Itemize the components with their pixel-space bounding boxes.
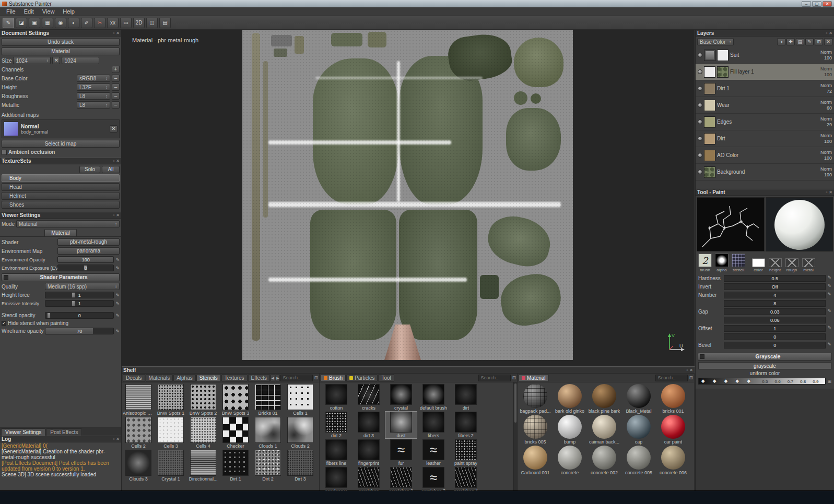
layer-blend-mode[interactable]: Norm (820, 116, 832, 122)
clone-tool[interactable]: ◐ (68, 18, 79, 28)
undo-stack-button[interactable]: Undo stack (2, 38, 120, 46)
metal-channel-swatch[interactable] (802, 258, 815, 267)
solo-button[interactable]: Solo (79, 166, 100, 173)
brush-item[interactable]: fur (385, 439, 417, 466)
log-area[interactable]: [GenericMaterial] 0([GenericMaterial] Cr… (0, 442, 121, 490)
brush-item[interactable]: dust (385, 412, 417, 438)
material-item[interactable]: concrete 005 (622, 446, 655, 475)
brush-item[interactable]: fingerprint (353, 439, 384, 466)
wireframe-opacity-slider[interactable]: 70 (45, 328, 114, 334)
layer-visibility-toggle[interactable] (698, 86, 702, 91)
menu-edit[interactable]: Edit (20, 8, 38, 15)
material-item[interactable]: caiman back... (588, 415, 621, 445)
edit-pencil-icon[interactable]: ✎ (827, 308, 831, 314)
quick-mask-toggle[interactable]: ▭ (120, 18, 132, 28)
remove-channel-button[interactable]: – (112, 75, 120, 82)
edit-pencil-icon[interactable]: ✎ (115, 266, 120, 271)
layer-blend-mode[interactable]: Norm (820, 150, 832, 155)
panel-float-icon[interactable]: ▫ (113, 437, 114, 441)
texture-2d-view[interactable] (242, 30, 573, 360)
layer-suit[interactable]: Suit Norm 100 (696, 47, 834, 64)
material-item[interactable]: bricks 005 (519, 415, 552, 445)
material-mode-tab[interactable]: Material (44, 229, 77, 236)
quality-dropdown[interactable]: Medium (16 spp) ↕ (45, 283, 120, 290)
shelf-item[interactable]: Bricks 01 (252, 384, 284, 416)
layer-channel-filter-dropdown[interactable]: Base Color ↕ (697, 38, 734, 45)
tab-post-effects[interactable]: Post Effects (46, 428, 82, 436)
size-width-dropdown[interactable]: 1024 ↕ (13, 57, 51, 64)
shelf-tab-stencils[interactable]: Stencils (196, 374, 221, 382)
layer-opacity[interactable]: 29 (827, 122, 832, 128)
shelf-item[interactable]: Directionnal... (187, 450, 219, 482)
shelf-item[interactable]: BnW Spots 2 (187, 384, 219, 416)
brush-item[interactable]: paint spray (450, 439, 481, 466)
view-2d-toggle[interactable]: 2D (133, 18, 145, 28)
gap-slider-1[interactable]: 0.03 (724, 308, 826, 315)
emissive-intensity-slider[interactable]: 1 (45, 300, 114, 307)
brush-slot-thumbnail[interactable] (698, 254, 712, 267)
shelf-item[interactable]: BnW Spots 3 (220, 384, 251, 416)
hardness-slider[interactable]: 0.5 (724, 275, 826, 282)
material-search-input[interactable] (655, 375, 688, 381)
layer-dirt[interactable]: Dirt Norm 100 (696, 130, 834, 147)
size-height-box[interactable]: 1024 (62, 57, 99, 64)
layer-opacity[interactable]: 100 (824, 72, 832, 78)
textureset-shoes[interactable]: Shoes (2, 201, 120, 209)
brush-item[interactable]: default brush (418, 384, 449, 411)
maximize-button[interactable]: ▢ (812, 1, 821, 7)
brush-item[interactable]: leather (418, 439, 449, 466)
offset-slider-1[interactable]: 1 (724, 325, 826, 332)
brush-search-input[interactable] (478, 375, 511, 381)
shader-parameters-header[interactable]: Shader Parameters (2, 273, 120, 281)
mode-dropdown[interactable]: Material ↕ (16, 220, 120, 227)
layer-opacity[interactable]: 100 (824, 172, 832, 178)
menu-file[interactable]: File (2, 8, 20, 15)
shelf-item[interactable]: Clouds 1 (252, 417, 284, 449)
tab-viewer-settings[interactable]: Viewer Settings (1, 428, 45, 436)
lasso-tool[interactable]: ✂ (94, 18, 105, 28)
brush-tab-tool[interactable]: Tool (378, 374, 394, 382)
shelf-item[interactable]: Dirt 1 (220, 450, 251, 482)
projection-tool[interactable]: ▣ (29, 18, 40, 28)
panel-float-icon[interactable]: ▫ (686, 368, 688, 373)
brush-item[interactable]: crystal (385, 384, 417, 411)
size-link-toggle[interactable]: ✕ (52, 57, 60, 64)
eraser-tool[interactable]: ◪ (16, 18, 27, 28)
environment-exposure-slider[interactable]: 0 (57, 265, 114, 271)
panel-float-icon[interactable]: ▫ (113, 159, 114, 163)
remove-channel-button[interactable]: – (112, 101, 120, 109)
brush-item[interactable]: fibers 2 (450, 412, 481, 438)
brush-item[interactable]: dirt (450, 384, 481, 411)
number-slider-1[interactable]: 4 (724, 292, 826, 298)
layer-opacity[interactable]: 100 (824, 155, 832, 161)
layer-blend-mode[interactable]: Norm (820, 166, 832, 172)
edit-pencil-icon[interactable]: ✎ (827, 283, 831, 289)
smudge-tool[interactable]: ◉ (55, 18, 66, 28)
add-channel-button[interactable]: + (112, 66, 120, 73)
height-channel-swatch[interactable] (769, 258, 782, 267)
panel-float-icon[interactable]: ▫ (826, 31, 827, 35)
add-effect-icon[interactable]: ✚ (786, 38, 795, 45)
material-item[interactable]: bagpack pad... (519, 384, 552, 414)
layer-visibility-toggle[interactable] (698, 153, 702, 158)
shelf-prev-icon[interactable]: ◀ (271, 375, 275, 381)
panel-close-icon[interactable]: ✕ (116, 159, 120, 163)
add-folder-icon[interactable]: ▤ (796, 38, 804, 45)
brush-item[interactable]: scratches 2 (385, 467, 417, 490)
layer-opacity[interactable]: 100 (824, 55, 832, 61)
layer-opacity[interactable]: 60 (827, 105, 832, 111)
brush-item[interactable]: cracks (353, 384, 384, 411)
layer-opacity[interactable]: 100 (824, 139, 832, 145)
offset-slider-2[interactable]: 0 (724, 333, 826, 340)
symmetry-toggle[interactable]: xx (107, 18, 119, 28)
invert-toggle[interactable]: Off (724, 283, 826, 290)
panel-close-icon[interactable]: ✕ (116, 31, 120, 35)
shelf-item[interactable]: Cells 2 (123, 417, 154, 449)
select-id-map-button[interactable]: Select id map (2, 140, 120, 148)
brush-item[interactable]: scratches 4 (450, 467, 481, 490)
shelf-item[interactable]: Anisotropic N... (123, 384, 154, 416)
brush-item[interactable]: fibers (418, 412, 449, 438)
shader-parameters-checkbox[interactable] (4, 275, 8, 280)
brush-alpha-preview[interactable] (697, 197, 765, 251)
edit-pencil-icon[interactable]: ✎ (115, 293, 120, 298)
